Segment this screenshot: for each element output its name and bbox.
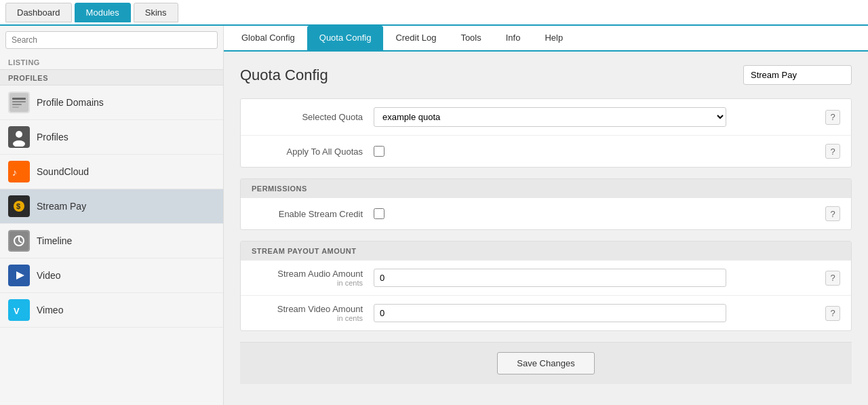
svg-rect-2 [12,101,26,102]
listing-label: LISTING [0,54,223,69]
profiles-group-label: PROFILES [0,69,223,85]
vimeo-icon: V [8,299,30,321]
tab-modules[interactable]: Modules [75,3,131,22]
search-input[interactable] [5,31,218,49]
stream-video-help-btn[interactable]: ? [825,306,840,321]
enable-stream-credit-checkbox[interactable] [374,208,384,219]
tab-help[interactable]: Help [532,26,575,52]
module-select-wrapper: Stream Pay [743,65,852,85]
top-navigation: Dashboard Modules Skins [0,0,868,26]
tab-global-config[interactable]: Global Config [229,26,307,52]
stream-audio-input[interactable] [374,269,726,287]
svg-point-6 [16,131,22,138]
svg-rect-3 [12,104,22,105]
enable-stream-credit-help-btn[interactable]: ? [825,206,840,221]
apply-all-help-btn[interactable]: ? [825,144,840,159]
quota-section: Selected Quota example quota ? Apply To … [240,98,852,168]
permissions-section: PERMISSIONS Enable Stream Credit ? [240,178,852,230]
profile-domains-label: Profile Domains [37,97,104,108]
top-nav-tabs: Dashboard Modules Skins [5,3,178,22]
stream-payout-section: STREAM PAYOUT AMOUNT Stream Audio Amount… [240,241,852,331]
sidebar-item-streampay[interactable]: $ Stream Pay [0,189,223,224]
selected-quota-row: Selected Quota example quota ? [241,99,851,136]
stream-audio-control: ? [374,269,840,287]
enable-stream-credit-row: Enable Stream Credit ? [241,198,851,229]
stream-audio-label: Stream Audio Amount in cents [252,269,374,287]
enable-stream-credit-control: ? [374,206,840,221]
stream-audio-row: Stream Audio Amount in cents ? [241,261,851,296]
main-header: Quota Config Stream Pay [240,65,852,85]
selected-quota-label: Selected Quota [252,112,374,122]
main-layout: LISTING PROFILES Profile Domains [0,26,868,405]
save-bar: Save Changes [240,342,852,384]
sidebar-item-timeline[interactable]: Timeline [0,224,223,258]
page-title: Quota Config [240,66,328,84]
selected-quota-select[interactable]: example quota [374,107,726,127]
sidebar-item-vimeo[interactable]: V Vimeo [0,293,223,328]
tab-credit-log[interactable]: Credit Log [383,26,448,52]
search-wrapper [0,26,223,54]
sidebar: LISTING PROFILES Profile Domains [0,26,224,405]
apply-all-control: ? [374,144,840,159]
svg-text:V: V [14,306,20,316]
timeline-icon [8,230,30,252]
tab-skins[interactable]: Skins [134,3,178,22]
svg-rect-1 [12,98,26,100]
sidebar-item-video[interactable]: Video [0,258,223,293]
svg-rect-4 [12,107,19,108]
enable-stream-credit-label: Enable Stream Credit [252,209,374,219]
sidebar-item-profiles[interactable]: Profiles [0,120,223,155]
svg-text:♪: ♪ [12,167,17,178]
stream-audio-help-btn[interactable]: ? [825,271,840,286]
selected-quota-help-btn[interactable]: ? [825,110,840,125]
permissions-header: PERMISSIONS [241,179,851,198]
soundcloud-icon: ♪ [8,161,30,182]
sidebar-item-soundcloud[interactable]: ♪ SoundCloud [0,155,223,189]
tab-dashboard[interactable]: Dashboard [5,3,72,22]
stream-video-row: Stream Video Amount in cents ? [241,296,851,330]
stream-video-label: Stream Video Amount in cents [252,304,374,322]
apply-all-checkbox[interactable] [374,146,384,157]
apply-all-quotas-row: Apply To All Quotas ? [241,136,851,167]
video-icon [8,265,30,286]
tab-info[interactable]: Info [494,26,533,52]
soundcloud-label: SoundCloud [37,166,89,177]
vimeo-label: Vimeo [37,305,63,315]
timeline-label: Timeline [37,235,72,246]
module-select[interactable]: Stream Pay [743,65,852,85]
svg-text:$: $ [16,202,20,210]
stream-video-input[interactable] [374,304,726,322]
main-content: Global Config Quota Config Credit Log To… [224,26,868,405]
sidebar-item-profile-domains[interactable]: Profile Domains [0,85,223,120]
stream-audio-sublabel: in cents [252,279,363,287]
stream-video-control: ? [374,304,840,322]
streampay-label: Stream Pay [37,201,86,212]
profile-domains-icon [8,92,30,113]
streampay-icon: $ [8,195,30,217]
profiles-label: Profiles [37,132,68,142]
tab-tools[interactable]: Tools [448,26,493,52]
save-changes-button[interactable]: Save Changes [497,352,594,374]
tab-quota-config[interactable]: Quota Config [307,26,384,52]
main-tabs-bar: Global Config Quota Config Credit Log To… [224,26,868,52]
profiles-icon [8,126,30,148]
selected-quota-control: example quota ? [374,107,840,127]
video-label: Video [37,270,61,281]
stream-video-sublabel: in cents [252,314,363,322]
stream-payout-header: STREAM PAYOUT AMOUNT [241,242,851,261]
main-body: Quota Config Stream Pay Selected Quota e… [224,52,868,405]
apply-all-label: Apply To All Quotas [252,147,374,157]
